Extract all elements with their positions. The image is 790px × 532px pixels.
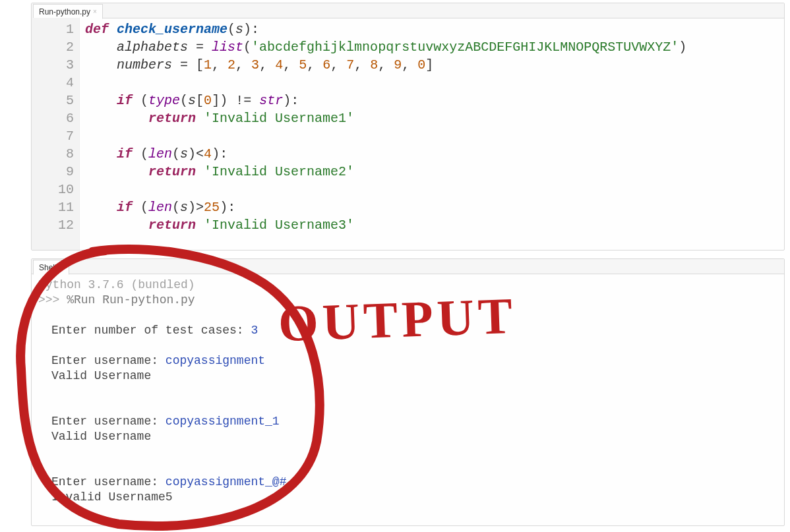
line-number: 9: [32, 163, 74, 181]
line-number: 3: [32, 56, 74, 74]
shell-output[interactable]: Python 3.7.6 (bundled) >>> %Run Run-pyth…: [32, 274, 784, 525]
editor-tab-run-python[interactable]: Run-python.py ×: [33, 4, 103, 19]
editor-tabbar: Run-python.py ×: [32, 3, 784, 18]
code-editor-body[interactable]: 1 2 3 4 5 6 7 8 9 10 11 12 def check_use…: [32, 18, 784, 250]
close-icon[interactable]: ×: [93, 8, 97, 15]
line-number: 6: [32, 109, 74, 127]
line-number: 2: [32, 38, 74, 56]
editor-tab-label: Run-python.py: [39, 7, 90, 16]
line-number: 8: [32, 145, 74, 163]
shell-pane: Shell × Python 3.7.6 (bundled) >>> %Run …: [31, 258, 785, 526]
line-number: 5: [32, 92, 74, 109]
code-editor-pane: Run-python.py × 1 2 3 4 5 6 7 8 9 10 11 …: [31, 3, 785, 251]
line-number: 1: [32, 20, 74, 38]
line-number-gutter: 1 2 3 4 5 6 7 8 9 10 11 12: [32, 18, 80, 250]
line-number: 11: [32, 198, 74, 216]
line-number: 7: [32, 127, 74, 145]
shell-tabbar: Shell ×: [32, 259, 784, 274]
close-icon[interactable]: ×: [59, 264, 63, 271]
line-number: 4: [32, 74, 74, 92]
line-number: 12: [32, 216, 74, 234]
code-text-area[interactable]: def check_username(s): alphabets = list(…: [80, 18, 784, 250]
shell-tab-label: Shell: [39, 263, 57, 272]
shell-tab[interactable]: Shell ×: [33, 260, 69, 275]
line-number: 10: [32, 181, 74, 198]
